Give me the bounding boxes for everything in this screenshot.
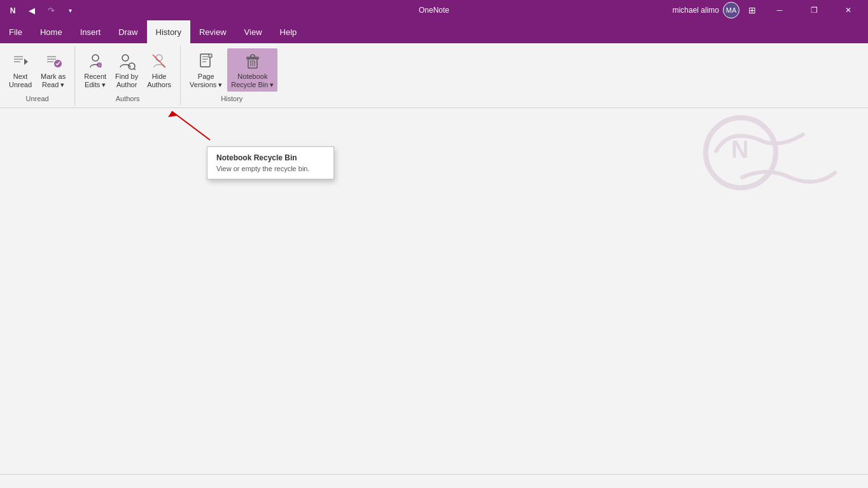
ribbon: NextUnread Mark asRead ▾ Unread [0, 43, 868, 108]
find-by-author-label: Find byAuthor [115, 73, 138, 89]
menu-review[interactable]: Review [190, 20, 235, 43]
unread-group-label: Unread [5, 93, 69, 102]
ribbon-group-history: PageVersions ▾ [181, 46, 283, 105]
next-unread-button[interactable]: NextUnread [5, 48, 36, 92]
mark-as-read-button[interactable]: Mark asRead ▾ [37, 48, 69, 92]
minimize-button[interactable]: ─ [765, 0, 794, 20]
unread-group-items: NextUnread Mark asRead ▾ [5, 48, 69, 92]
svg-text:N: N [731, 136, 748, 163]
svg-rect-3 [14, 59, 23, 60]
background-decoration: N [677, 115, 855, 193]
recent-edits-label: RecentEdits ▾ [84, 73, 106, 89]
svg-rect-4 [14, 61, 20, 62]
find-by-author-button[interactable]: Find byAuthor [111, 48, 142, 92]
app-icon: N [5, 3, 20, 18]
layout-toggle-icon[interactable]: ⊞ [745, 3, 760, 18]
mark-as-read-icon [43, 51, 64, 71]
svg-line-30 [172, 111, 210, 140]
svg-rect-21 [202, 61, 206, 62]
restore-button[interactable]: ❐ [799, 0, 829, 20]
back-button[interactable]: ◀ [24, 3, 39, 18]
notebook-recycle-bin-icon [242, 51, 263, 71]
forward-button[interactable]: ↷ [43, 3, 59, 18]
svg-text:N: N [10, 6, 16, 15]
annotation-arrow [159, 108, 235, 146]
authors-group-label: Authors [80, 93, 175, 102]
menu-insert[interactable]: Insert [71, 20, 110, 43]
svg-point-16 [156, 55, 162, 61]
notebook-recycle-bin-label: NotebookRecycle Bin ▾ [231, 73, 274, 89]
title-bar-left: N ◀ ↷ ▾ [5, 3, 78, 18]
next-unread-icon [10, 51, 31, 71]
avatar: MA [723, 2, 739, 18]
customize-quick-access[interactable]: ▾ [62, 3, 78, 18]
page-versions-button[interactable]: PageVersions ▾ [186, 48, 226, 92]
svg-marker-5 [24, 59, 28, 65]
title-bar: N ◀ ↷ ▾ OneNote michael alimo MA ⊞ ─ ❐ ✕ [0, 0, 868, 20]
tooltip-title: Notebook Recycle Bin [216, 153, 325, 162]
authors-group-items: ✎ RecentEdits ▾ Find byAuthor [80, 48, 175, 92]
app-title: OneNote [419, 6, 449, 15]
history-group-label: History [186, 93, 277, 102]
svg-rect-6 [47, 56, 56, 57]
menu-view[interactable]: View [235, 20, 271, 43]
svg-line-15 [134, 69, 136, 71]
hide-authors-label: HideAuthors [147, 73, 171, 89]
menu-home[interactable]: Home [31, 20, 71, 43]
page-versions-icon [196, 51, 216, 71]
page-versions-label: PageVersions ▾ [190, 73, 222, 89]
user-name: michael alimo [673, 6, 719, 15]
svg-text:✎: ✎ [98, 64, 101, 67]
content-area: N Notebook Recycle Bin View or empty the… [0, 108, 868, 488]
menu-file[interactable]: File [0, 20, 31, 43]
recent-edits-icon: ✎ [85, 51, 106, 71]
svg-rect-20 [202, 59, 208, 60]
menu-help[interactable]: Help [271, 20, 306, 43]
title-bar-right: michael alimo MA ⊞ ─ ❐ ✕ [673, 0, 863, 20]
svg-rect-22 [209, 54, 212, 57]
notebook-recycle-bin-button[interactable]: NotebookRecycle Bin ▾ [227, 48, 277, 92]
next-unread-label: NextUnread [9, 73, 32, 89]
hide-authors-icon [149, 51, 169, 71]
svg-point-10 [92, 55, 99, 61]
status-bar [0, 474, 868, 488]
ribbon-group-unread: NextUnread Mark asRead ▾ Unread [0, 46, 75, 105]
ribbon-group-authors: ✎ RecentEdits ▾ Find byAuthor [75, 46, 181, 105]
user-profile[interactable]: michael alimo MA [673, 2, 739, 18]
svg-rect-19 [202, 56, 208, 57]
recent-edits-button[interactable]: ✎ RecentEdits ▾ [80, 48, 110, 92]
svg-rect-7 [47, 59, 56, 60]
find-by-author-icon [116, 51, 137, 71]
history-group-items: PageVersions ▾ [186, 48, 277, 92]
svg-rect-8 [47, 61, 53, 62]
menu-bar: File Home Insert Draw History Review Vie… [0, 20, 868, 43]
mark-as-read-label: Mark asRead ▾ [41, 73, 66, 89]
svg-point-28 [706, 118, 776, 188]
hide-authors-button[interactable]: HideAuthors [143, 48, 175, 92]
tooltip-description: View or empty the recycle bin. [216, 165, 325, 172]
menu-history[interactable]: History [147, 20, 190, 43]
svg-rect-2 [14, 56, 23, 57]
svg-point-13 [122, 55, 129, 61]
tooltip-popup: Notebook Recycle Bin View or empty the r… [207, 146, 334, 179]
menu-draw[interactable]: Draw [109, 20, 146, 43]
close-button[interactable]: ✕ [834, 0, 863, 20]
